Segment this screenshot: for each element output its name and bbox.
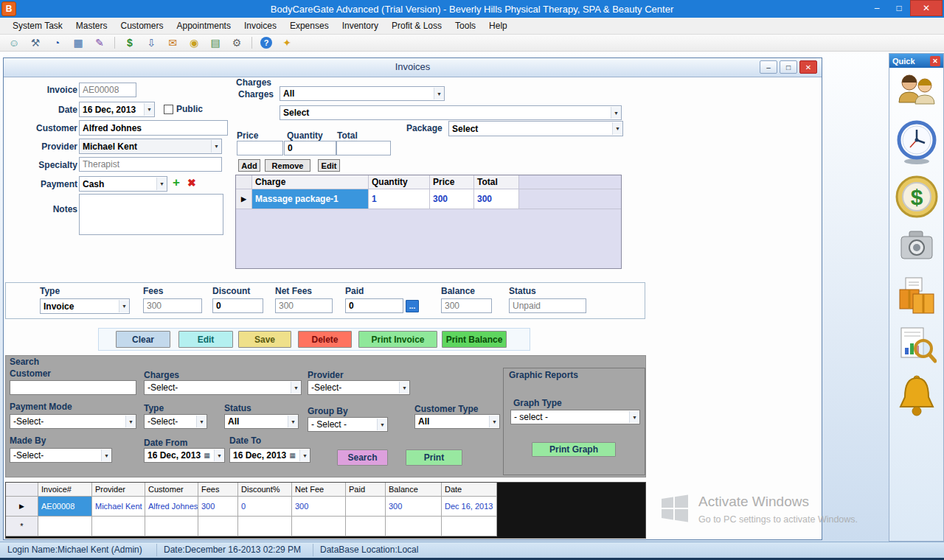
group-by-combo[interactable]: - Select -▼ (308, 417, 388, 432)
menu-masters[interactable]: Masters (69, 18, 114, 33)
clear-button[interactable]: Clear (116, 331, 170, 348)
search-charges-combo[interactable]: -Select-▼ (144, 380, 302, 395)
date-cell[interactable]: Dec 16, 2013 (442, 497, 497, 517)
column-header[interactable]: Provider (92, 483, 145, 497)
results-grid-row[interactable]: ▶ AE00008 Michael Kent Alfred Johnes 300… (6, 497, 645, 517)
paid-detail-button[interactable]: ... (406, 300, 419, 312)
date-to-picker[interactable]: 16 Dec, 2013▦▼ (229, 448, 310, 463)
print-invoice-button[interactable]: Print Invoice (358, 331, 437, 348)
column-header[interactable]: Net Fee (292, 483, 346, 497)
toolbar-payments-icon[interactable]: $ (123, 36, 136, 49)
child-close-button[interactable]: ✕ (799, 60, 817, 74)
column-header[interactable]: Balance (386, 483, 442, 497)
print-button[interactable]: Print (406, 449, 462, 466)
toolbar-messages-icon[interactable]: ✉ (166, 36, 179, 49)
charge-select-combo[interactable]: Select▼ (280, 105, 622, 120)
quick-panel-close-icon[interactable]: ✕ (930, 56, 940, 66)
customer-cell[interactable]: Alfred Johnes (145, 497, 198, 517)
paid-cell[interactable] (346, 497, 386, 517)
column-header[interactable]: Quantity (369, 175, 430, 189)
edit-charge-button[interactable]: Edit (318, 159, 340, 172)
balance-cell[interactable]: 300 (386, 497, 442, 517)
menu-appointments[interactable]: Appointments (170, 18, 237, 33)
search-type-combo[interactable]: -Select-▼ (144, 414, 207, 429)
charges-grid-row[interactable]: ▶ Massage package-1 1 300 300 (236, 189, 621, 209)
save-button[interactable]: Save (238, 331, 291, 348)
empty-cell[interactable] (92, 517, 145, 536)
graph-type-combo[interactable]: - select -▼ (510, 410, 640, 424)
payment-combo[interactable]: Cash▼ (79, 176, 167, 192)
gallery-camera-icon[interactable] (898, 228, 936, 264)
column-header[interactable]: Total (474, 175, 519, 189)
menu-expenses[interactable]: Expenses (283, 18, 336, 33)
invoice-number-cell[interactable]: AE00008 (38, 497, 92, 517)
customer-field[interactable]: Alfred Johnes (79, 120, 228, 136)
column-header[interactable]: Paid (346, 483, 386, 497)
empty-cell[interactable] (386, 517, 442, 536)
total-cell[interactable]: 300 (474, 189, 519, 209)
close-button[interactable]: ✕ (910, 0, 943, 16)
empty-cell[interactable] (292, 517, 346, 536)
provider-cell[interactable]: Michael Kent (92, 497, 145, 517)
add-payment-icon[interactable]: + (173, 175, 180, 190)
fees-cell[interactable]: 300 (198, 497, 238, 517)
net-fee-cell[interactable]: 300 (292, 497, 346, 517)
column-header[interactable]: Fees (198, 483, 238, 497)
toolbar-expenses-icon[interactable]: ✎ (93, 36, 106, 49)
search-customer-input[interactable] (10, 380, 136, 395)
toolbar-settings-icon[interactable]: ⚒ (29, 36, 42, 49)
charge-cell[interactable]: Massage package-1 (252, 189, 369, 209)
maximize-button[interactable]: □ (888, 0, 910, 16)
date-from-picker[interactable]: 16 Dec, 2013▦▼ (144, 448, 225, 463)
price-field[interactable] (237, 141, 283, 155)
toolbar-import-icon[interactable]: ⇩ (145, 36, 158, 49)
toolbar-tools-icon[interactable]: ⚙ (230, 36, 243, 49)
edit-button[interactable]: Edit (178, 331, 233, 348)
search-status-combo[interactable]: All▼ (224, 414, 299, 429)
toolbar-customers-icon[interactable]: ☺ (7, 36, 21, 49)
column-header[interactable]: Price (430, 175, 474, 189)
quantity-cell[interactable]: 1 (369, 189, 430, 209)
toolbar-invoices-icon[interactable]: ▦ (72, 36, 85, 49)
empty-cell[interactable] (198, 517, 238, 536)
search-button[interactable]: Search (337, 449, 388, 466)
toolbar-accounts-icon[interactable]: ◉ (187, 36, 201, 49)
price-cell[interactable]: 300 (430, 189, 474, 209)
minimize-button[interactable]: – (866, 0, 888, 16)
toolbar-appointments-icon[interactable]: ◔ (50, 36, 63, 49)
toolbar-help-icon[interactable]: ? (260, 37, 272, 49)
discount-cell[interactable]: 0 (238, 497, 292, 517)
column-header[interactable]: Date (442, 483, 497, 497)
menu-tools[interactable]: Tools (448, 18, 482, 33)
appointments-clock-icon[interactable] (894, 119, 940, 165)
quantity-field[interactable]: 0 (284, 141, 336, 155)
type-combo[interactable]: Invoice▼ (40, 298, 130, 314)
provider-combo[interactable]: Michael Kent▼ (79, 139, 222, 154)
reports-search-icon[interactable] (897, 326, 937, 364)
discount-field[interactable]: 0 (212, 298, 263, 313)
payment-mode-combo[interactable]: -Select-▼ (10, 414, 136, 429)
reminders-bell-icon[interactable] (896, 374, 937, 419)
menu-system-task[interactable]: System Task (6, 18, 69, 33)
empty-cell[interactable] (38, 517, 92, 536)
package-combo[interactable]: Select▼ (448, 121, 623, 136)
column-header[interactable]: Charge (252, 175, 369, 189)
print-graph-button[interactable]: Print Graph (532, 442, 616, 457)
empty-cell[interactable] (442, 517, 497, 536)
delete-button[interactable]: Delete (298, 331, 352, 348)
date-combo[interactable]: 16 Dec, 2013▼ (79, 102, 155, 117)
menu-inventory[interactable]: Inventory (336, 18, 385, 33)
results-grid-new-row[interactable]: * (6, 517, 645, 536)
public-checkbox[interactable] (164, 105, 173, 114)
notes-textarea[interactable] (79, 194, 223, 235)
menu-profit-loss[interactable]: Profit & Loss (385, 18, 448, 33)
empty-cell[interactable] (238, 517, 292, 536)
column-header[interactable]: Invoice# (38, 483, 92, 497)
column-header[interactable]: Discount% (238, 483, 292, 497)
print-balance-button[interactable]: Print Balance (442, 331, 507, 348)
menu-invoices[interactable]: Invoices (237, 18, 283, 33)
column-header[interactable]: Customer (145, 483, 198, 497)
menu-help[interactable]: Help (482, 18, 514, 33)
paid-field[interactable]: 0 (345, 298, 403, 313)
delete-payment-icon[interactable]: ✖ (187, 177, 196, 189)
